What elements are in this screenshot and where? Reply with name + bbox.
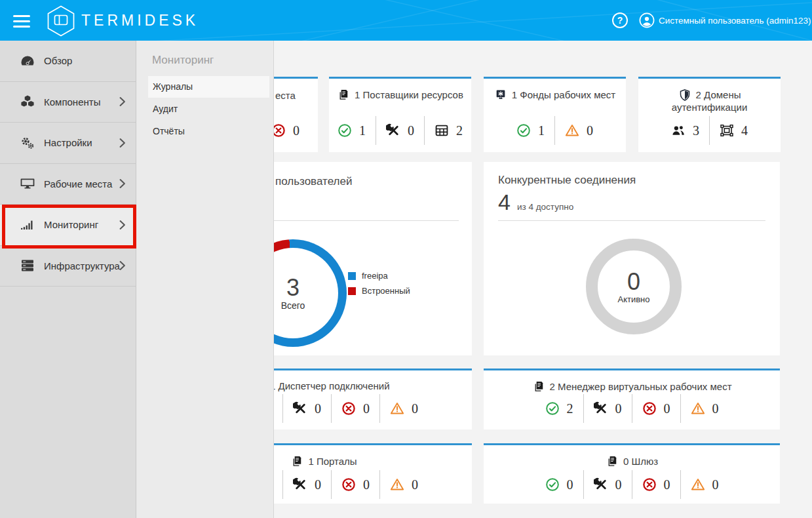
warning-stat: 0 — [390, 401, 418, 416]
card-stats: 1 0 — [484, 116, 626, 145]
maintenance-stat: 0 — [594, 401, 622, 416]
user-menu[interactable]: Системный пользователь (admin123) — [639, 12, 812, 28]
user-label: Системный пользователь (admin123) — [659, 16, 811, 26]
sidebar-item-label: Мониторинг — [44, 219, 98, 230]
error-circle-icon — [341, 477, 356, 492]
card-workplace-pools[interactable]: 1 Фонды рабочих мест 1 0 — [484, 77, 626, 152]
desktop-icon — [20, 176, 35, 191]
error-circle-icon — [341, 401, 356, 416]
warning-stat: 0 — [565, 123, 593, 138]
card-title: 1 Поставщики ресурсов — [329, 89, 471, 102]
chevron-right-icon — [119, 138, 126, 148]
cubes-icon — [20, 94, 35, 110]
ok-stat: 0 — [545, 477, 573, 492]
error-stat: 0 — [341, 401, 370, 416]
sidebar-item-label: Настройки — [44, 137, 92, 148]
card-stats: 3 4 — [638, 116, 781, 145]
check-circle-icon — [516, 123, 531, 138]
gears-icon — [20, 135, 35, 151]
check-circle-icon — [338, 123, 352, 138]
warning-triangle-icon — [565, 123, 579, 138]
help-button[interactable]: ? — [612, 12, 628, 28]
active-count: 0 — [627, 269, 640, 294]
ok-stat: 2 — [545, 401, 573, 416]
card-gateway[interactable]: 0 Шлюз 0 0 0 0 — [484, 443, 780, 504]
sidebar-item-overview[interactable]: Обзор — [0, 41, 136, 82]
stats-fragment: 0 — [271, 116, 300, 145]
table-icon — [435, 123, 449, 138]
legend-item: freeipa — [348, 271, 410, 281]
warning-triangle-icon — [691, 401, 705, 416]
flyout-item-audit[interactable]: Аудит — [148, 98, 269, 120]
tools-icon — [594, 401, 608, 416]
error-circle-icon — [642, 477, 657, 492]
active-connections-gauge: 0 Активно — [586, 239, 682, 334]
avatar-icon — [639, 12, 655, 28]
top-bar: TERMIDESK ? Системный пользователь (admi… — [0, 0, 812, 41]
flyout-menu: Мониторинг Журналы Аудит Отчёты — [136, 41, 274, 518]
legend-item: Встроенный — [348, 286, 410, 296]
maintenance-stat: 0 — [386, 123, 414, 138]
donut-total: 3 — [286, 275, 300, 300]
tools-icon — [293, 401, 307, 416]
termidesk-logo-icon — [46, 5, 76, 37]
terminal-icon — [494, 89, 507, 102]
error-stat: 0 — [271, 123, 300, 138]
stats-fragment: 0 0 0 — [282, 470, 418, 499]
card-title: 1 Фонды рабочих мест — [484, 89, 626, 102]
chevron-right-icon — [119, 96, 126, 107]
card-concurrent-connections[interactable]: Конкурентные соединения 4 из 4 доступно … — [484, 162, 780, 355]
flyout-item-journals[interactable]: Журналы — [148, 76, 269, 98]
sidebar-item-infrastructure[interactable]: Инфраструктура — [0, 246, 136, 287]
flyout-item-reports[interactable]: Отчёты — [148, 121, 269, 142]
menu-toggle-icon[interactable] — [13, 15, 30, 30]
sidebar-item-label: Компоненты — [44, 96, 100, 108]
groups-stat: 4 — [720, 123, 748, 138]
check-circle-icon — [545, 477, 560, 492]
sidebar-item-label: Инфраструктура — [44, 260, 120, 271]
warning-stat: 0 — [691, 401, 719, 416]
card-vdi-manager[interactable]: 2 Менеджер виртуальных рабочих мест 2 0 … — [484, 369, 780, 429]
chevron-right-icon — [119, 178, 126, 189]
brand-title: TERMIDESK — [81, 12, 199, 30]
users-icon — [671, 123, 686, 138]
shield-icon — [678, 89, 691, 102]
card-title: 2 Менеджер виртуальных рабочих мест — [484, 380, 780, 393]
sidebar-item-monitoring[interactable]: Мониторинг — [0, 205, 136, 246]
sidebar-item-settings[interactable]: Настройки — [0, 123, 136, 164]
error-stat: 0 — [341, 477, 370, 492]
maintenance-stat: 0 — [293, 477, 321, 492]
card-title: 2 Домены аутентификации — [638, 89, 781, 113]
chevron-right-icon — [119, 220, 126, 230]
warning-stat: 0 — [390, 477, 418, 492]
available-note: из 4 доступно — [517, 202, 573, 212]
active-label: Активно — [617, 294, 649, 304]
journal-icon — [532, 380, 545, 393]
card-stats: 0 0 0 0 — [484, 470, 780, 499]
journal-icon — [606, 455, 619, 468]
maintenance-stat: 0 — [594, 477, 622, 492]
check-circle-icon — [545, 401, 560, 416]
error-stat: 0 — [642, 477, 670, 492]
card-stats: 2 0 0 0 — [484, 394, 780, 423]
maintenance-stat: 0 — [293, 401, 321, 416]
card-resource-providers[interactable]: 1 Поставщики ресурсов 1 0 2 — [329, 77, 471, 152]
sidebar-item-workplaces[interactable]: Рабочие места — [0, 164, 136, 205]
available-count: 4 — [498, 189, 511, 215]
donut-legend: freeipa Встроенный — [348, 271, 410, 296]
server-icon — [20, 258, 35, 273]
card-title: Конкурентные соединения — [498, 174, 636, 187]
tools-icon — [386, 123, 400, 138]
legend-swatch-red — [348, 287, 356, 295]
tools-icon — [293, 477, 307, 492]
journal-icon — [337, 89, 350, 102]
card-auth-domains[interactable]: 2 Домены аутентификации 3 4 — [638, 77, 781, 152]
donut-total-label: Всего — [281, 300, 305, 311]
error-stat: 0 — [642, 401, 670, 416]
sidebar-item-components[interactable]: Компоненты — [0, 82, 136, 123]
gauge-icon — [20, 53, 35, 69]
error-circle-icon — [642, 401, 657, 416]
sidebar: Обзор Компоненты Настройки Рабочие места… — [0, 41, 136, 518]
card-title: 0 Шлюз — [484, 455, 780, 468]
stats-fragment: 0 0 0 — [282, 394, 418, 423]
